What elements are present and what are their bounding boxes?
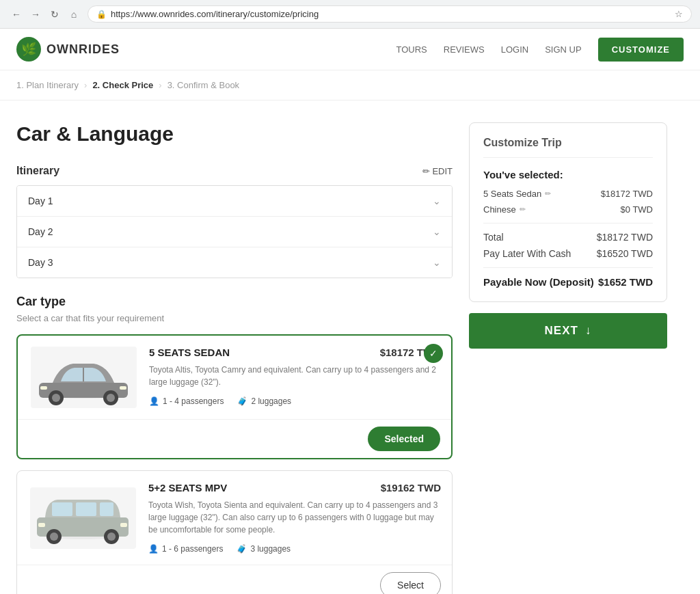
sedan-name: 5 SEATS SEDAN	[149, 347, 230, 358]
luggage-icon: 🧳	[237, 396, 247, 406]
sedan-specs: 👤 1 - 4 passengers 🧳 2 luggages	[149, 396, 440, 406]
passengers-icon: 👤	[149, 396, 159, 406]
next-arrow-icon: ↓	[585, 324, 592, 338]
mpv-luggage-icon: 🧳	[237, 544, 247, 554]
total-value: $18172 TWD	[597, 232, 653, 243]
selected-language-row: Chinese ✏ $0 TWD	[483, 204, 653, 215]
lock-icon: 🔒	[96, 10, 107, 19]
sedan-svg	[32, 349, 135, 407]
url-text: https://www.ownrides.com/itinerary/custo…	[111, 9, 671, 19]
svg-point-4	[52, 394, 60, 402]
sedan-passengers: 1 - 4 passengers	[163, 396, 224, 406]
total-label: Total	[483, 232, 504, 243]
sedan-image-area	[29, 347, 138, 408]
selected-language-value: $0 TWD	[621, 204, 653, 215]
svg-point-17	[107, 532, 116, 541]
day-1-chevron-icon: ⌄	[433, 195, 441, 206]
itinerary-section-header: Itinerary ✏ EDIT	[16, 165, 453, 177]
day-1-label: Day 1	[28, 195, 53, 206]
mpv-image-area	[28, 482, 137, 554]
selected-check-icon: ✓	[424, 344, 443, 363]
breadcrumb: 1. Plan Itinerary › 2. Check Price › 3. …	[0, 70, 700, 100]
sedan-selected-button[interactable]: Selected	[368, 427, 440, 451]
language-edit-icon[interactable]: ✏	[520, 205, 526, 214]
breadcrumb-step1[interactable]: 1. Plan Itinerary	[16, 80, 79, 90]
breadcrumb-step3: 3. Confirm & Book	[167, 80, 240, 90]
selected-sedan-row: 5 Seats Sedan ✏ $18172 TWD	[483, 189, 653, 199]
breadcrumb-step2[interactable]: 2. Check Price	[92, 80, 153, 90]
mpv-details: 5+2 SEATS MPV $19162 TWD Toyota Wish, To…	[148, 482, 441, 554]
day-3-chevron-icon: ⌄	[433, 257, 441, 268]
mpv-price: $19162 TWD	[381, 482, 441, 494]
mpv-luggages: 3 luggages	[250, 544, 291, 554]
browser-chrome: ← → ↻ ⌂ 🔒 https://www.ownrides.com/itine…	[0, 0, 700, 29]
mpv-select-button[interactable]: Select	[380, 572, 441, 594]
day-3-label: Day 3	[28, 257, 53, 268]
back-button[interactable]: ←	[8, 6, 25, 23]
main-layout: Car & Language Itinerary ✏ EDIT Day 1 ⌄ …	[0, 100, 684, 594]
main-content: Car & Language Itinerary ✏ EDIT Day 1 ⌄ …	[16, 122, 453, 594]
sedan-edit-icon[interactable]: ✏	[545, 189, 551, 198]
main-nav: TOURS REVIEWS LOGIN SIGN UP CUSTOMIZE	[396, 38, 684, 62]
mpv-svg	[31, 489, 134, 547]
day-3-row[interactable]: Day 3 ⌄	[17, 247, 452, 278]
nav-login[interactable]: LOGIN	[501, 44, 528, 55]
day-2-row[interactable]: Day 2 ⌄	[17, 217, 452, 247]
svg-rect-8	[120, 386, 126, 390]
pay-later-value: $16520 TWD	[597, 248, 653, 259]
selected-sedan-label: 5 Seats Sedan ✏	[483, 189, 551, 199]
car-type-title: Car type	[16, 295, 453, 309]
edit-itinerary-button[interactable]: ✏ EDIT	[422, 166, 453, 176]
svg-point-6	[107, 394, 115, 402]
svg-rect-12	[76, 502, 96, 516]
nav-signup[interactable]: SIGN UP	[545, 44, 581, 55]
next-btn-label: NEXT	[545, 324, 578, 338]
logo-text: OWNRIDES	[46, 42, 120, 57]
refresh-button[interactable]: ↻	[46, 6, 63, 23]
mpv-luggage-spec: 🧳 3 luggages	[237, 544, 291, 554]
home-button[interactable]: ⌂	[66, 6, 82, 23]
sedan-details: 5 SEATS SEDAN $18172 TWD Toyota Altis, T…	[149, 347, 440, 408]
car-card-mpv: 5+2 SEATS MPV $19162 TWD Toyota Wish, To…	[16, 470, 453, 594]
mpv-desc: Toyota Wish, Toyota Sienta and equivalen…	[148, 499, 441, 536]
sidebar: Customize Trip You've selected: 5 Seats …	[469, 122, 667, 594]
breadcrumb-sep2: ›	[159, 80, 161, 90]
nav-tours[interactable]: TOURS	[396, 44, 427, 55]
day-1-row[interactable]: Day 1 ⌄	[17, 186, 452, 217]
sedan-card-content: 5 SEATS SEDAN $18172 TWD Toyota Altis, T…	[18, 336, 451, 419]
site-header: 🌿 OWNRIDES TOURS REVIEWS LOGIN SIGN UP C…	[0, 29, 700, 70]
logo[interactable]: 🌿 OWNRIDES	[16, 37, 120, 62]
itinerary-label: Itinerary	[16, 165, 59, 177]
nav-reviews[interactable]: REVIEWS	[444, 44, 485, 55]
total-row: Total $18172 TWD	[483, 232, 653, 243]
sedan-luggage-spec: 🧳 2 luggages	[237, 396, 291, 406]
car-card-sedan: ✓	[16, 334, 453, 459]
breadcrumb-sep1: ›	[84, 80, 87, 90]
sidebar-divider-2	[483, 267, 653, 268]
customize-button[interactable]: CUSTOMIZE	[598, 38, 684, 62]
car-type-subtitle: Select a car that fits your requirement	[16, 313, 453, 323]
selected-language-label: Chinese ✏	[483, 204, 526, 215]
sedan-luggages: 2 luggages	[251, 396, 291, 406]
mpv-image	[30, 487, 136, 549]
svg-point-15	[50, 532, 58, 541]
customize-trip-title: Customize Trip	[483, 137, 653, 158]
sedan-action: Selected	[18, 419, 451, 458]
forward-button[interactable]: →	[27, 6, 44, 23]
mpv-passengers-icon: 👤	[148, 544, 159, 554]
mpv-header: 5+2 SEATS MPV $19162 TWD	[148, 482, 441, 494]
payable-label: Payable Now (Deposit)	[483, 276, 594, 288]
address-bar[interactable]: 🔒 https://www.ownrides.com/itinerary/cus…	[88, 5, 692, 23]
sedan-desc: Toyota Altis, Toyota Camry and equivalen…	[149, 364, 440, 388]
mpv-name: 5+2 SEATS MPV	[148, 482, 227, 494]
next-button[interactable]: NEXT ↓	[469, 313, 667, 349]
mpv-passengers: 1 - 6 passengers	[162, 544, 223, 554]
sedan-header: 5 SEATS SEDAN $18172 TWD	[149, 347, 440, 358]
page-title: Car & Language	[16, 122, 453, 146]
mpv-card-content: 5+2 SEATS MPV $19162 TWD Toyota Wish, To…	[17, 471, 452, 565]
customize-trip-box: Customize Trip You've selected: 5 Seats …	[469, 122, 667, 302]
bookmark-icon[interactable]: ☆	[675, 9, 683, 19]
mpv-action: Select	[17, 565, 452, 594]
browser-nav-buttons: ← → ↻ ⌂	[8, 6, 82, 23]
logo-icon: 🌿	[16, 37, 41, 62]
